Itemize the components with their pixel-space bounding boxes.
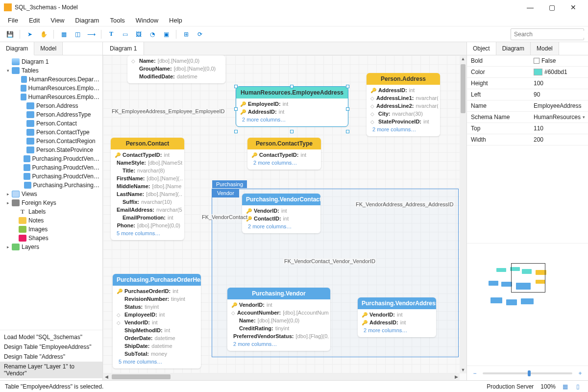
scrollbar-horizontal[interactable]: ◀ ▶ <box>103 373 460 380</box>
tree[interactable]: Diagram 1▾TablesHumanResources.Depar…Hum… <box>0 55 102 330</box>
prop-row[interactable]: Width200 <box>467 134 588 146</box>
tab-diagram[interactable]: Diagram <box>0 42 34 55</box>
zoom-slider[interactable] <box>483 372 572 374</box>
scroll-down-icon[interactable]: ▼ <box>460 367 466 373</box>
scroll-right-icon[interactable]: ▶ <box>453 373 460 380</box>
search-box[interactable]: 🔍 <box>511 28 584 40</box>
save-icon[interactable]: 💾 <box>4 28 16 40</box>
tree-item[interactable]: Purchasing.ProudctVen… <box>0 172 102 181</box>
pointer-icon[interactable]: ➤ <box>24 28 36 40</box>
selection-handle[interactable] <box>290 85 294 88</box>
selection-handle[interactable] <box>290 130 294 133</box>
layer-icon[interactable]: ▣ <box>160 28 172 40</box>
entity-table[interactable]: Person.Contact🔑ContactTypeID:intNameStyl… <box>111 138 184 240</box>
selection-handle[interactable] <box>346 107 349 111</box>
menu-diagram[interactable]: Diagram <box>70 15 104 25</box>
label-icon[interactable]: T <box>105 28 117 40</box>
prop-row[interactable]: BoldFalse <box>467 55 588 67</box>
minimap[interactable] <box>467 243 588 366</box>
refresh-icon[interactable]: ⟳ <box>194 28 206 40</box>
toolbar: 💾 ➤ ✋ ▦ ◫ ⟶ T ▭ 🖼 ◔ ▣ ⊞ ⟳ 🔍 <box>0 26 588 42</box>
tab-model-props[interactable]: Model <box>531 42 559 55</box>
history-item[interactable]: Design Table "Address" <box>0 352 102 362</box>
entity-table[interactable]: HumanResources.EmployeeAddress🔑EmployeeI… <box>236 87 348 126</box>
tree-item[interactable]: Images <box>0 225 102 234</box>
menu-edit[interactable]: Edit <box>24 15 45 25</box>
scroll-left-icon[interactable]: ◀ <box>103 373 110 380</box>
history-item[interactable]: Rename Layer "Layer 1" to "Vendor" <box>0 362 102 378</box>
tree-item[interactable]: Purchasing.ProudctVen… <box>0 154 102 163</box>
tree-item[interactable]: ▾Tables <box>0 66 102 75</box>
tree-item[interactable]: Purchasing.ProudctVen… <box>0 163 102 172</box>
panel-toggle-icon[interactable]: ▯ <box>576 383 583 390</box>
view-icon[interactable]: ◫ <box>72 28 83 40</box>
tree-item[interactable]: Person.ContactType <box>0 128 102 137</box>
selection-handle[interactable] <box>234 107 238 111</box>
prop-row[interactable]: Height100 <box>467 78 588 89</box>
tree-item[interactable]: Person.Contact <box>0 119 102 128</box>
note-icon[interactable]: ▭ <box>119 28 131 40</box>
tab-model[interactable]: Model <box>34 42 63 55</box>
shape-icon[interactable]: ◔ <box>147 28 158 40</box>
tree-item[interactable]: ▸Foreign Keys <box>0 198 102 207</box>
layer-tab[interactable]: Vendor <box>212 189 239 197</box>
prop-row[interactable]: Top110 <box>467 123 588 134</box>
tree-item[interactable]: Person.AddressType <box>0 110 102 119</box>
tree-item[interactable]: HumanResources.Emplo… <box>0 84 102 93</box>
entity-table[interactable]: Purchasing.PurchaseOrderHeader🔑PurchaseO… <box>113 274 201 368</box>
grid-toggle-icon[interactable]: ▦ <box>563 383 569 390</box>
tree-item[interactable]: ▸Layers <box>0 243 102 251</box>
selection-handle[interactable] <box>234 130 238 133</box>
tab-object[interactable]: Object <box>467 42 496 55</box>
close-button[interactable]: ✕ <box>563 0 584 15</box>
menubar: FileEditViewDiagramToolsWindowHelp <box>0 15 588 26</box>
zoom-in-icon[interactable]: + <box>576 370 584 377</box>
minimize-button[interactable]: ― <box>519 0 541 15</box>
entity-table[interactable]: Purchasing.VendorAddress🔑VendorID:int🔑Ad… <box>358 297 436 337</box>
prop-row[interactable]: Schema NameHumanResources▾ <box>467 112 588 123</box>
history-item[interactable]: Design Table "EmployeeAddress" <box>0 342 102 352</box>
tree-item[interactable]: HumanResources.Emplo… <box>0 93 102 101</box>
image-icon[interactable]: 🖼 <box>133 28 145 40</box>
entity-table[interactable]: Person.ContactType🔑ContactTypeID:int2 mo… <box>247 138 321 170</box>
auto-layout-icon[interactable]: ⊞ <box>180 28 192 40</box>
selection-handle[interactable] <box>346 130 349 133</box>
menu-help[interactable]: Help <box>164 15 187 25</box>
menu-tools[interactable]: Tools <box>105 15 129 25</box>
table-icon[interactable]: ▦ <box>58 28 70 40</box>
tree-item[interactable]: TLabels <box>0 207 102 216</box>
foreignkey-icon[interactable]: ⟶ <box>85 28 97 40</box>
prop-row[interactable]: Left90 <box>467 89 588 100</box>
zoom-out-icon[interactable]: − <box>471 370 479 377</box>
tree-item[interactable]: Purchasing.Purchasing… <box>0 181 102 190</box>
menu-window[interactable]: Window <box>131 15 163 25</box>
tab-diagram1[interactable]: Diagram 1 <box>103 42 144 55</box>
tree-item[interactable]: HumanResources.Depar… <box>0 75 102 84</box>
maximize-button[interactable]: ▢ <box>541 0 563 15</box>
history-item[interactable]: Load Model "SQL_3schemas" <box>0 332 102 342</box>
selection-handle[interactable] <box>346 85 349 88</box>
minimap-viewport[interactable] <box>511 263 545 293</box>
tree-item[interactable]: Shapes <box>0 234 102 243</box>
scroll-up-icon[interactable]: ▲ <box>460 55 466 62</box>
selection-handle[interactable] <box>234 85 238 88</box>
prop-row[interactable]: Color#60dbd1 <box>467 67 588 78</box>
tree-item[interactable]: ▸Views <box>0 190 102 198</box>
hand-icon[interactable]: ✋ <box>38 28 49 40</box>
prop-row[interactable]: NameEmployeeAddress <box>467 100 588 112</box>
entity-table[interactable]: Purchasing.Vendor🔑VendorID:int◇AccountNu… <box>227 288 330 351</box>
tree-item[interactable]: Diagram 1 <box>0 57 102 66</box>
diagram-canvas[interactable]: ◇Name:[dbo].[Name](0,0)GroupName:[dbo].[… <box>103 55 460 373</box>
scrollbar-vertical[interactable]: ▲ ▼ <box>460 55 466 373</box>
search-input[interactable] <box>514 31 588 38</box>
tree-item[interactable]: Person.StateProvince <box>0 146 102 154</box>
menu-view[interactable]: View <box>46 15 69 25</box>
menu-file[interactable]: File <box>3 15 23 25</box>
entity-table[interactable]: Person.Address🔑AddressID:int◇AddressLine… <box>367 73 440 136</box>
tree-item[interactable]: Notes <box>0 216 102 225</box>
tab-diagram-props[interactable]: Diagram <box>496 42 531 55</box>
entity-table[interactable]: Purchasing.VendorContact🔑VendorID:int🔑Co… <box>242 194 320 233</box>
entity-table[interactable]: ◇Name:[dbo].[Name](0,0)GroupName:[dbo].[… <box>127 55 225 83</box>
tree-item[interactable]: Person.ContactRegion <box>0 137 102 146</box>
tree-item[interactable]: Person.Address <box>0 101 102 110</box>
